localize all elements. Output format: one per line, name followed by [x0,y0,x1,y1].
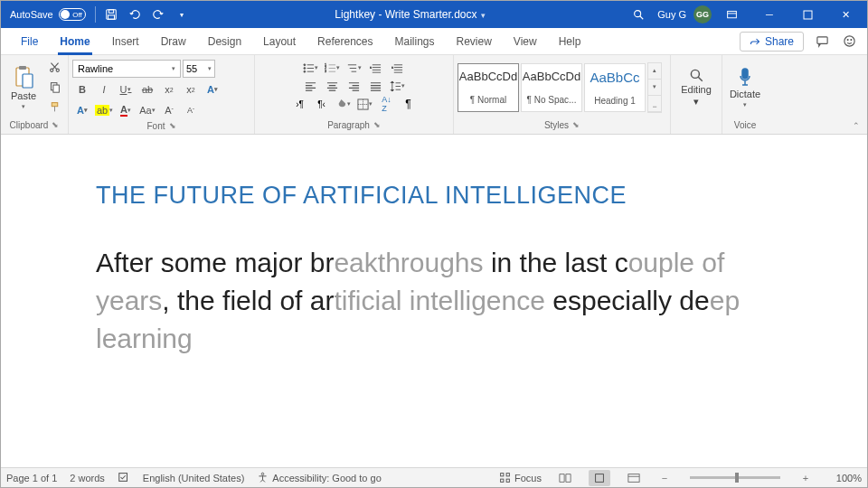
status-bar: Page 1 of 1 2 words English (United Stat… [1,467,867,487]
svg-rect-12 [23,74,33,88]
language-indicator[interactable]: English (United States) [143,473,245,483]
tab-insert[interactable]: Insert [101,28,150,55]
redo-icon[interactable] [146,3,170,26]
decrease-indent-button[interactable] [366,60,386,76]
paste-button[interactable]: Paste ▾ [5,59,42,117]
word-count[interactable]: 2 words [70,473,105,483]
tab-file[interactable]: File [10,28,49,55]
justify-button[interactable] [366,78,386,94]
align-center-button[interactable] [323,78,343,94]
svg-point-25 [691,70,699,78]
focus-button[interactable]: Focus [499,472,542,483]
styles-launcher-icon[interactable]: ⬊ [572,120,580,129]
numbering-button[interactable]: 123▾ [323,60,343,76]
sort-button[interactable]: A↓Z [377,96,397,112]
rtl-button[interactable]: ¶‹ [312,96,332,112]
svg-point-19 [304,67,306,69]
maximize-button[interactable] [789,1,826,28]
comments-icon[interactable] [811,31,833,52]
font-size-combo[interactable]: 55▾ [183,60,215,78]
ribbon-tabs: File Home Insert Draw Design Layout Refe… [1,28,867,55]
increase-indent-button[interactable] [388,60,408,76]
bold-button[interactable]: B [72,80,92,99]
toggle-switch[interactable]: Off [59,8,86,21]
group-font: Rawline▾ 55▾ B I U▾ ab x2 x2 A▾ A▾ ab▾ A… [69,55,255,134]
show-marks-button[interactable]: ¶ [399,96,419,112]
underline-button[interactable]: U▾ [116,80,136,99]
zoom-out-button[interactable]: − [657,473,672,483]
style-heading1[interactable]: AaBbCcHeading 1 [584,63,646,112]
collapse-ribbon-icon[interactable]: ⌃ [853,121,860,130]
align-right-button[interactable] [344,78,364,94]
save-icon[interactable] [99,3,123,26]
tab-home[interactable]: Home [49,28,100,55]
font-color-button[interactable]: A▾ [116,101,136,119]
tab-design[interactable]: Design [197,28,252,55]
font-color2-button[interactable]: A▾ [72,101,92,119]
svg-rect-5 [804,11,812,19]
feedback-icon[interactable] [838,31,860,52]
tab-view[interactable]: View [503,28,548,55]
ribbon-display-icon[interactable] [713,1,750,28]
read-mode-icon[interactable] [554,470,576,486]
doc-body[interactable]: After some major breakthroughs in the la… [96,244,772,358]
clipboard-launcher-icon[interactable]: ⬊ [52,120,59,129]
styles-gallery[interactable]: AaBbCcDd¶ Normal AaBbCcDd¶ No Spac... Aa… [458,62,662,113]
highlight-button[interactable]: ab▾ [94,101,114,119]
tab-mailings[interactable]: Mailings [383,28,445,55]
grow-font-button[interactable]: Aˆ [159,101,179,119]
zoom-in-button[interactable]: + [798,473,813,483]
user-name[interactable]: Guy G [652,9,692,20]
font-launcher-icon[interactable]: ⬊ [169,121,176,130]
zoom-slider[interactable] [690,476,780,479]
multilevel-button[interactable]: ▾ [344,60,364,76]
borders-button[interactable]: ▾ [355,96,375,112]
close-button[interactable]: ✕ [827,1,863,28]
autosave-toggle[interactable]: AutoSave Off [5,8,91,21]
zoom-level[interactable]: 100% [826,473,862,483]
strikethrough-button[interactable]: ab [137,80,157,99]
accessibility-indicator[interactable]: Accessibility: Good to go [257,472,381,483]
web-layout-icon[interactable] [623,470,645,486]
document-area[interactable]: THE FUTURE OF ARTIFICIAL INTELLIGENCE Af… [1,135,867,467]
font-name-combo[interactable]: Rawline▾ [72,60,181,78]
page-indicator[interactable]: Page 1 of 1 [6,473,57,483]
tab-review[interactable]: Review [446,28,503,55]
tab-layout[interactable]: Layout [252,28,307,55]
italic-button[interactable]: I [94,80,114,99]
share-button[interactable]: Share [740,32,804,52]
subscript-button[interactable]: x2 [159,80,179,99]
tab-draw[interactable]: Draw [150,28,197,55]
format-painter-icon[interactable] [44,99,64,117]
tab-references[interactable]: References [307,28,383,55]
change-case-button[interactable]: Aa▾ [137,101,157,119]
minimize-button[interactable]: ─ [751,1,788,28]
paragraph-launcher-icon[interactable]: ⬊ [373,120,381,129]
styles-more-icon[interactable]: ⎯ [648,96,661,112]
user-avatar[interactable]: GG [693,5,712,23]
superscript-button[interactable]: x2 [181,80,201,99]
spellcheck-icon[interactable] [118,471,130,485]
tab-help[interactable]: Help [548,28,592,55]
align-left-button[interactable] [301,78,321,94]
cut-icon[interactable] [44,59,64,77]
style-normal[interactable]: AaBbCcDd¶ Normal [458,63,519,112]
svg-rect-2 [108,15,114,19]
line-spacing-button[interactable]: ▾ [388,78,408,94]
svg-point-7 [844,36,854,46]
shrink-font-button[interactable]: Aˇ [181,101,201,119]
editing-button[interactable]: Editing ▾ [675,59,718,117]
print-layout-icon[interactable] [589,470,610,486]
qat-dropdown-icon[interactable]: ▾ [170,3,193,26]
copy-icon[interactable] [44,79,64,97]
ltr-button[interactable]: ›¶ [290,96,310,112]
dictate-button[interactable]: Dictate ▾ [726,59,764,117]
shading-button[interactable]: ▾ [334,96,354,112]
search-icon[interactable] [627,3,650,26]
style-nospacing[interactable]: AaBbCcDd¶ No Spac... [521,63,582,112]
undo-icon[interactable] [123,3,146,26]
styles-up-icon[interactable]: ▴ [648,63,661,80]
bullets-button[interactable]: ▾ [301,60,321,76]
styles-down-icon[interactable]: ▾ [648,80,661,96]
text-effects-button[interactable]: A▾ [203,80,222,99]
